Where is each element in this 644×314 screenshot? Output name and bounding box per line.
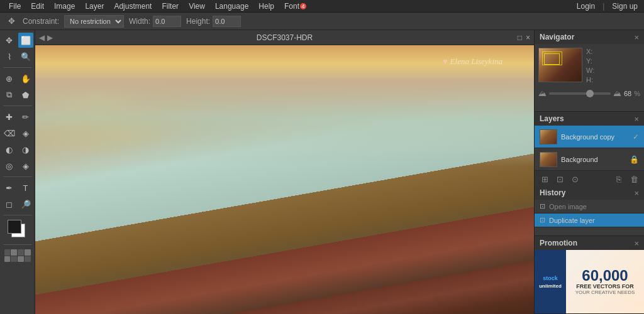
canvas-close-icon[interactable]: × xyxy=(526,33,530,42)
history-content: ⊡ Open image ⊡ Duplicate layer xyxy=(535,200,644,227)
constraint-label: Constraint: xyxy=(23,17,59,26)
layer-name-1: Background copy xyxy=(561,133,629,141)
healing-tool[interactable]: ✚ xyxy=(2,109,17,124)
promo-text2: YOUR CREATIVE NEEDS xyxy=(575,290,635,295)
fill-tool[interactable]: ◈ xyxy=(18,126,33,141)
menu-help[interactable]: Help xyxy=(253,0,279,13)
navigator-slider[interactable] xyxy=(549,92,611,95)
navigator-zoom-value: 68 xyxy=(624,90,631,97)
hand-tool[interactable]: ✋ xyxy=(18,71,33,86)
burn-tool[interactable]: ◑ xyxy=(18,142,33,157)
lasso-tool[interactable]: ⌇ xyxy=(2,49,17,64)
layers-header: Layers × xyxy=(535,112,644,126)
promo-offer-section: 60,000 FREE VECTORS FOR YOUR CREATIVE NE… xyxy=(566,250,644,313)
height-input[interactable] xyxy=(213,16,241,27)
navigator-coords: X: Y: W: H: xyxy=(586,48,597,84)
marquee-tool[interactable]: ⬜ xyxy=(18,33,33,48)
tool-separator-5 xyxy=(3,244,32,245)
promotion-panel: Promotion × stock unlimited 60,000 FREE … xyxy=(535,236,644,314)
navigator-zoom-row: ⛰ ⛰ 68 % xyxy=(538,89,640,98)
layers-copy-btn[interactable]: ⎘ xyxy=(613,173,625,185)
scroll-left-tab[interactable]: ◀ xyxy=(39,33,45,42)
history-item-open-image[interactable]: ⊡ Open image xyxy=(535,200,644,214)
menu-file[interactable]: File xyxy=(4,0,26,13)
menu-layer[interactable]: Layer xyxy=(80,0,109,13)
navigator-close[interactable]: × xyxy=(634,33,639,42)
color-picker[interactable] xyxy=(5,219,30,241)
menu-login[interactable]: Login xyxy=(574,0,597,13)
zoom2-tool[interactable]: 🔎 xyxy=(18,197,33,212)
width-input[interactable] xyxy=(153,16,181,27)
fg-color-box[interactable] xyxy=(8,220,21,234)
tool-separator-4 xyxy=(3,215,32,215)
canvas-restore-icon[interactable]: □ xyxy=(518,33,522,42)
navigator-panel: Navigator × X: xyxy=(535,30,644,112)
crop-tool[interactable]: ⧉ xyxy=(2,87,17,102)
nav-zoom-out-icon[interactable]: ⛰ xyxy=(538,89,547,98)
canvas-scroll-tabs: ◀ ▶ xyxy=(39,33,53,42)
navigator-slider-thumb[interactable] xyxy=(586,90,594,97)
main-area: ✥ ⬜ ⌇ 🔍 ⊕ ✋ ⧉ ⬟ ✚ ✏ ⌫ ◈ ◐ ◑ ◎ xyxy=(0,30,644,314)
nav-h-label: H: xyxy=(586,76,593,84)
constraint-select[interactable]: No restriction xyxy=(64,15,124,28)
zoom-tool[interactable]: 🔍 xyxy=(18,49,33,64)
layers-delete-btn[interactable]: 🗑 xyxy=(628,173,640,185)
navigator-header: Navigator × xyxy=(535,30,644,44)
promo-close[interactable]: × xyxy=(634,239,639,248)
menu-signup[interactable]: Sign up xyxy=(609,0,640,13)
menu-font[interactable]: Font4 xyxy=(279,0,311,13)
scroll-right-tab[interactable]: ▶ xyxy=(47,33,53,42)
blur-tool[interactable]: ◎ xyxy=(2,158,17,173)
promo-content[interactable]: stock unlimited 60,000 FREE VECTORS FOR … xyxy=(535,250,644,313)
nav-zoom-in-icon[interactable]: ⛰ xyxy=(613,89,621,98)
sharpen-tool[interactable]: ◈ xyxy=(18,158,33,173)
nav-w-label: W: xyxy=(586,67,594,74)
history-panel: History × ⊡ Open image ⊡ Duplicate layer xyxy=(535,186,644,236)
menu-bar: File Edit Image Layer Adjustment Filter … xyxy=(0,0,644,13)
layer-lock-icon: 🔒 xyxy=(630,155,639,164)
eyedropper-tool[interactable]: ⊕ xyxy=(2,71,17,86)
layer-item-background-copy[interactable]: Background copy ✓ xyxy=(535,126,644,148)
layers-new-group-btn[interactable]: ⊞ xyxy=(538,173,551,185)
layer-thumb-2 xyxy=(540,152,557,167)
history-item-duplicate-layer[interactable]: ⊡ Duplicate layer xyxy=(535,214,644,227)
move-tool[interactable]: ✥ xyxy=(2,33,17,48)
menu-image[interactable]: Image xyxy=(49,0,80,13)
tool-separator-3 xyxy=(3,176,32,177)
move-tool-icon[interactable]: ✥ xyxy=(5,15,18,28)
dodge-tool[interactable]: ◐ xyxy=(2,142,17,157)
brush-tool[interactable]: ✏ xyxy=(18,109,33,124)
menu-adjustment[interactable]: Adjustment xyxy=(109,0,157,13)
layers-bottom-bar: ⊞ ⊡ ⊙ ⎘ 🗑 xyxy=(535,171,644,187)
navigator-title: Navigator xyxy=(540,33,574,41)
canvas-title: DSCF3037-HDR xyxy=(257,33,313,42)
layers-adjustment-btn[interactable]: ⊙ xyxy=(569,173,581,185)
eraser-tool[interactable]: ⌫ xyxy=(2,126,17,141)
canvas-viewport[interactable]: ♥Elena Liseykina xyxy=(35,45,534,314)
promo-text1: FREE VECTORS FOR xyxy=(576,283,633,290)
watermark: ♥Elena Liseykina xyxy=(443,57,502,67)
history-close[interactable]: × xyxy=(634,188,639,198)
layer-item-background[interactable]: Background 🔒 xyxy=(535,148,644,171)
history-icon-2: ⊡ xyxy=(540,216,545,224)
layers-close[interactable]: × xyxy=(634,114,639,124)
menu-language[interactable]: Language xyxy=(210,0,253,13)
text-tool[interactable]: T xyxy=(18,180,33,195)
menu-view[interactable]: View xyxy=(184,0,210,13)
layer-name-2: Background xyxy=(561,156,626,163)
history-header: History × xyxy=(535,186,644,200)
quick-mask-toggle[interactable] xyxy=(3,248,32,263)
pen-tool[interactable]: ✒ xyxy=(2,180,17,195)
magic-wand-tool[interactable]: ⬟ xyxy=(18,87,33,102)
promo-title: Promotion xyxy=(540,239,577,247)
toolbar: ✥ Constraint: No restriction Width: Heig… xyxy=(0,13,644,30)
layers-new-layer-btn[interactable]: ⊡ xyxy=(553,173,566,185)
navigator-thumbnail[interactable] xyxy=(538,48,582,82)
menu-filter[interactable]: Filter xyxy=(157,0,184,13)
height-label: Height: xyxy=(186,17,210,26)
menu-divider: | xyxy=(600,2,607,11)
shape-tool[interactable]: ◻ xyxy=(2,197,17,212)
layer-check-icon[interactable]: ✓ xyxy=(633,133,639,141)
menu-edit[interactable]: Edit xyxy=(26,0,49,13)
layer-thumb-1 xyxy=(540,129,557,144)
